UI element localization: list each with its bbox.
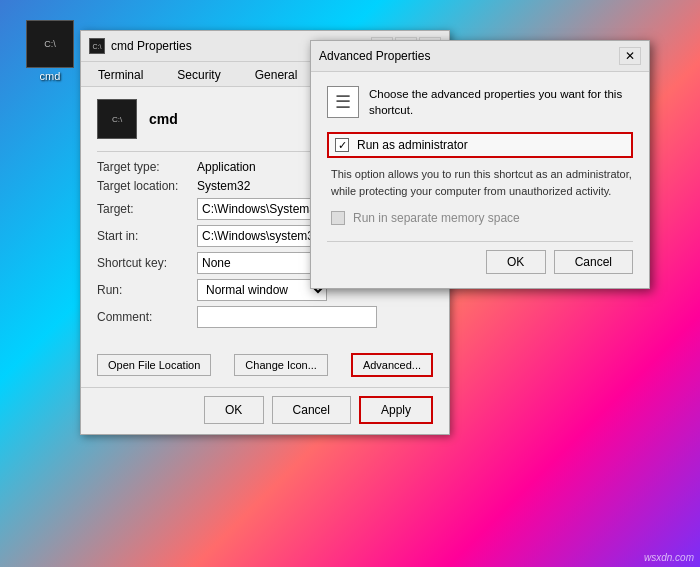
comment-row: Comment: bbox=[97, 306, 433, 328]
target-type-value: Application bbox=[197, 160, 256, 174]
comment-input[interactable] bbox=[197, 306, 377, 328]
desktop-icon-cmd[interactable]: C:\ cmd bbox=[20, 20, 80, 82]
cancel-button[interactable]: Cancel bbox=[272, 396, 351, 424]
advanced-titlebar: Advanced Properties ✕ bbox=[311, 41, 649, 72]
run-as-admin-description: This option allows you to run this short… bbox=[327, 166, 633, 199]
run-separate-checkbox bbox=[331, 211, 345, 225]
open-file-location-button[interactable]: Open File Location bbox=[97, 354, 211, 376]
ok-button[interactable]: OK bbox=[204, 396, 264, 424]
target-location-label: Target location: bbox=[97, 179, 197, 193]
tab-terminal[interactable]: Terminal bbox=[81, 62, 160, 87]
advanced-cancel-button[interactable]: Cancel bbox=[554, 250, 633, 274]
run-select[interactable]: Normal window bbox=[197, 279, 327, 301]
cmd-properties-title: cmd Properties bbox=[111, 39, 192, 53]
target-location-value: System32 bbox=[197, 179, 250, 193]
comment-label: Comment: bbox=[97, 310, 197, 324]
change-icon-button[interactable]: Change Icon... bbox=[234, 354, 328, 376]
run-separate-label: Run in separate memory space bbox=[353, 211, 520, 225]
advanced-header-text: Choose the advanced properties you want … bbox=[369, 86, 633, 118]
tab-general[interactable]: General bbox=[238, 62, 315, 87]
apply-button[interactable]: Apply bbox=[359, 396, 433, 424]
tab-security[interactable]: Security bbox=[160, 62, 237, 87]
advanced-dialog-buttons: OK Cancel bbox=[327, 241, 633, 274]
advanced-close-button[interactable]: ✕ bbox=[619, 47, 641, 65]
run-separate-row: Run in separate memory space bbox=[327, 211, 633, 225]
props-main-buttons: OK Cancel Apply bbox=[81, 387, 449, 434]
cmd-title-icon: C:\ bbox=[89, 38, 105, 54]
advanced-header-row: ☰ Choose the advanced properties you wan… bbox=[327, 86, 633, 118]
desktop-icon-label: cmd bbox=[40, 70, 61, 82]
advanced-ok-button[interactable]: OK bbox=[486, 250, 546, 274]
advanced-button[interactable]: Advanced... bbox=[351, 353, 433, 377]
props-bottom-buttons: Open File Location Change Icon... Advanc… bbox=[81, 345, 449, 387]
watermark: wsxdn.com bbox=[644, 552, 694, 563]
desktop: C:\ cmd C:\ cmd Properties ─ □ ✕ bbox=[0, 0, 700, 567]
cmd-icon: C:\ bbox=[26, 20, 74, 68]
shortcut-icon: C:\ bbox=[97, 99, 137, 139]
shortcut-name: cmd bbox=[149, 111, 178, 127]
advanced-dialog-title: Advanced Properties bbox=[319, 49, 430, 63]
advanced-header-icon: ☰ bbox=[327, 86, 359, 118]
run-label: Run: bbox=[97, 283, 197, 297]
start-in-label: Start in: bbox=[97, 229, 197, 243]
target-label: Target: bbox=[97, 202, 197, 216]
target-type-label: Target type: bbox=[97, 160, 197, 174]
run-as-admin-label: Run as administrator bbox=[357, 138, 468, 152]
run-as-admin-row[interactable]: ✓ Run as administrator bbox=[327, 132, 633, 158]
advanced-dialog-content: ☰ Choose the advanced properties you wan… bbox=[311, 72, 649, 288]
advanced-properties-dialog: Advanced Properties ✕ ☰ Choose the advan… bbox=[310, 40, 650, 289]
shortcut-key-label: Shortcut key: bbox=[97, 256, 197, 270]
run-as-admin-checkbox[interactable]: ✓ bbox=[335, 138, 349, 152]
